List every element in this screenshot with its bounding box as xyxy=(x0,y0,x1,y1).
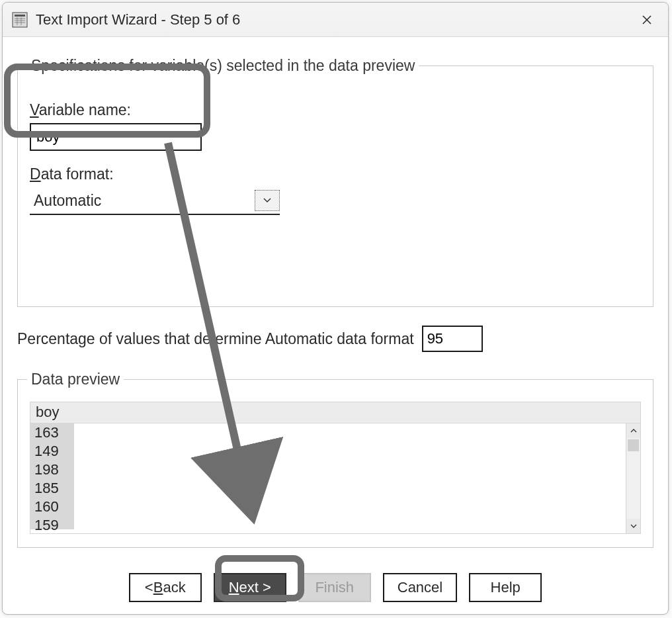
data-format-combo[interactable]: Automatic xyxy=(30,187,280,215)
content-area: Specifications for variable(s) selected … xyxy=(3,37,668,614)
data-preview-group: Data preview boy 163 149 198 185 160 159 xyxy=(17,371,653,548)
percentage-input[interactable] xyxy=(422,326,483,352)
specifications-legend: Specifications for variable(s) selected … xyxy=(27,57,419,75)
table-row[interactable]: 163 xyxy=(30,423,74,442)
table-row[interactable]: 185 xyxy=(30,479,74,498)
app-icon xyxy=(12,12,28,28)
table-row[interactable]: 159 xyxy=(30,516,74,529)
percentage-label: Percentage of values that determine Auto… xyxy=(17,330,414,348)
variable-name-input[interactable] xyxy=(30,123,202,151)
button-row: < Back Next > Finish Cancel Help xyxy=(17,566,653,606)
table-row[interactable]: 160 xyxy=(30,498,74,516)
data-format-label: Data format: xyxy=(30,165,641,183)
specifications-group: Specifications for variable(s) selected … xyxy=(17,57,653,307)
scroll-up-icon[interactable] xyxy=(626,423,640,438)
data-preview-legend: Data preview xyxy=(27,371,124,388)
cancel-button[interactable]: Cancel xyxy=(383,573,457,602)
back-button[interactable]: < Back xyxy=(129,573,202,602)
scroll-down-icon[interactable] xyxy=(626,519,640,533)
scroll-thumb[interactable] xyxy=(628,439,639,451)
svg-rect-1 xyxy=(15,15,25,17)
percentage-row: Percentage of values that determine Auto… xyxy=(17,326,653,352)
close-button[interactable] xyxy=(635,8,659,32)
wizard-window: Text Import Wizard - Step 5 of 6 Specifi… xyxy=(2,2,669,615)
table-row[interactable]: 149 xyxy=(30,442,74,461)
help-button[interactable]: Help xyxy=(469,573,542,602)
data-format-value: Automatic xyxy=(30,192,255,210)
chevron-down-icon[interactable] xyxy=(255,190,280,211)
titlebar: Text Import Wizard - Step 5 of 6 xyxy=(3,3,668,37)
vertical-scrollbar[interactable] xyxy=(626,423,640,533)
preview-column-header[interactable]: boy xyxy=(30,402,640,423)
variable-name-label: Variable name: xyxy=(30,101,641,119)
next-button[interactable]: Next > xyxy=(214,573,286,602)
window-title: Text Import Wizard - Step 5 of 6 xyxy=(36,11,635,28)
preview-rows: 163 149 198 185 160 159 xyxy=(30,423,74,529)
table-row[interactable]: 198 xyxy=(30,461,74,479)
finish-button: Finish xyxy=(298,573,371,602)
data-preview-area: boy 163 149 198 185 160 159 xyxy=(30,402,641,534)
